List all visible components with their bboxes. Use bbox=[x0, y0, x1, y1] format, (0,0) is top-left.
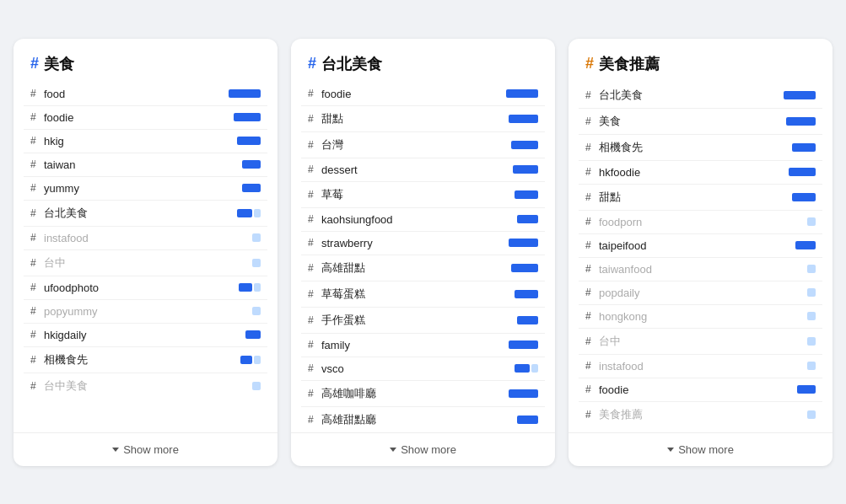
list-item: #family bbox=[301, 334, 545, 357]
bar-dark bbox=[242, 160, 261, 169]
bar-dark bbox=[795, 241, 816, 249]
item-label: 相機食先 bbox=[599, 140, 760, 155]
item-label: ufoodphoto bbox=[44, 281, 205, 294]
hash-symbol: # bbox=[585, 55, 594, 72]
bar-dark bbox=[506, 89, 538, 98]
show-more-button[interactable]: Show more bbox=[291, 432, 555, 466]
item-hash-icon: # bbox=[30, 281, 39, 293]
chevron-down-icon bbox=[390, 448, 396, 452]
list-item: #相機食先 bbox=[579, 135, 822, 161]
bar-light bbox=[252, 233, 261, 242]
card-header-3: #美食推薦 bbox=[568, 39, 833, 83]
item-bar-container bbox=[488, 115, 538, 123]
bar-dark bbox=[237, 137, 261, 145]
bar-dark bbox=[517, 316, 538, 324]
card-header-2: #台北美食 bbox=[291, 39, 555, 83]
item-label: 台灣 bbox=[321, 137, 482, 153]
item-label: popyummy bbox=[44, 305, 205, 318]
item-hash-icon: # bbox=[585, 360, 594, 372]
card-header-1: #美食 bbox=[13, 39, 278, 83]
bar-light bbox=[807, 410, 816, 419]
bar-dark bbox=[515, 190, 538, 199]
item-label: foodie bbox=[321, 88, 482, 100]
item-label: dessert bbox=[321, 164, 482, 176]
card-title: 台北美食 bbox=[321, 54, 382, 74]
list-item: #台中 bbox=[24, 250, 267, 276]
item-label: 美食推薦 bbox=[599, 407, 760, 422]
item-hash-icon: # bbox=[585, 263, 594, 275]
item-label: 甜點 bbox=[321, 111, 482, 126]
list-item: #popyummy bbox=[24, 300, 267, 324]
bar-dark bbox=[509, 340, 538, 349]
item-hash-icon: # bbox=[308, 288, 316, 300]
list-item: #vsco bbox=[301, 357, 545, 381]
item-bar-container bbox=[488, 239, 538, 247]
bar-dark bbox=[797, 385, 816, 394]
item-label: 美食 bbox=[599, 114, 760, 129]
item-hash-icon: # bbox=[30, 354, 39, 366]
item-hash-icon: # bbox=[308, 414, 316, 426]
item-hash-icon: # bbox=[30, 380, 39, 392]
item-hash-icon: # bbox=[308, 189, 316, 201]
items-list: #food#foodie#hkig#taiwan#yummy#台北美食#inst… bbox=[13, 83, 278, 432]
list-item: #台北美食 bbox=[579, 83, 822, 109]
item-bar-container bbox=[488, 416, 538, 424]
card-1: #美食#food#foodie#hkig#taiwan#yummy#台北美食#i… bbox=[13, 39, 278, 466]
item-bar-container bbox=[488, 89, 538, 98]
item-label: 台中 bbox=[44, 255, 205, 271]
list-item: #甜點 bbox=[579, 185, 822, 211]
item-label: foodporn bbox=[599, 216, 760, 228]
item-label: hongkong bbox=[599, 310, 760, 323]
bar-light bbox=[807, 217, 816, 226]
item-hash-icon: # bbox=[308, 213, 316, 225]
item-bar-container bbox=[488, 190, 538, 199]
bar-light bbox=[252, 307, 261, 315]
bar-light bbox=[807, 362, 816, 370]
item-bar-container bbox=[488, 389, 538, 398]
item-label: hkigdaily bbox=[44, 329, 205, 341]
list-item: #美食 bbox=[579, 109, 822, 135]
item-bar-container bbox=[765, 217, 816, 226]
show-more-button[interactable]: Show more bbox=[568, 432, 833, 466]
bar-dark bbox=[784, 91, 816, 99]
bar-dark bbox=[237, 209, 252, 217]
item-hash-icon: # bbox=[585, 335, 594, 347]
list-item: #strawberry bbox=[301, 232, 545, 255]
item-bar-container bbox=[765, 288, 816, 297]
list-item: #台灣 bbox=[301, 132, 545, 158]
list-item: #美食推薦 bbox=[579, 402, 822, 427]
bar-dark bbox=[240, 356, 252, 364]
item-bar-container bbox=[210, 184, 261, 192]
item-bar-container bbox=[488, 264, 538, 272]
item-bar-container bbox=[765, 241, 816, 249]
item-label: taipeifood bbox=[599, 239, 760, 252]
item-hash-icon: # bbox=[308, 113, 316, 125]
bar-light bbox=[252, 382, 261, 390]
item-label: 台北美食 bbox=[599, 88, 760, 103]
item-bar-container bbox=[765, 265, 816, 273]
list-item: #food bbox=[24, 83, 267, 106]
item-hash-icon: # bbox=[30, 232, 39, 244]
bar-dark bbox=[509, 389, 538, 398]
item-label: family bbox=[321, 339, 482, 351]
item-label: 台中 bbox=[599, 334, 760, 349]
list-item: #台中 bbox=[579, 329, 822, 355]
bar-dark bbox=[509, 239, 538, 247]
main-container: #美食#food#foodie#hkig#taiwan#yummy#台北美食#i… bbox=[13, 39, 833, 466]
item-hash-icon: # bbox=[585, 166, 594, 178]
bar-dark bbox=[792, 193, 816, 201]
bar-dark bbox=[509, 115, 538, 123]
item-bar-container bbox=[765, 337, 816, 346]
item-hash-icon: # bbox=[308, 262, 316, 274]
item-hash-icon: # bbox=[585, 239, 594, 251]
item-bar-container bbox=[488, 141, 538, 149]
item-label: hkig bbox=[44, 135, 205, 147]
item-bar-container bbox=[210, 160, 261, 169]
item-bar-container bbox=[488, 215, 538, 223]
item-bar-container bbox=[210, 330, 261, 339]
chevron-down-icon bbox=[667, 448, 674, 452]
list-item: #dessert bbox=[301, 158, 545, 182]
show-more-button[interactable]: Show more bbox=[13, 432, 278, 466]
item-bar-container bbox=[765, 91, 816, 99]
item-hash-icon: # bbox=[30, 207, 39, 219]
